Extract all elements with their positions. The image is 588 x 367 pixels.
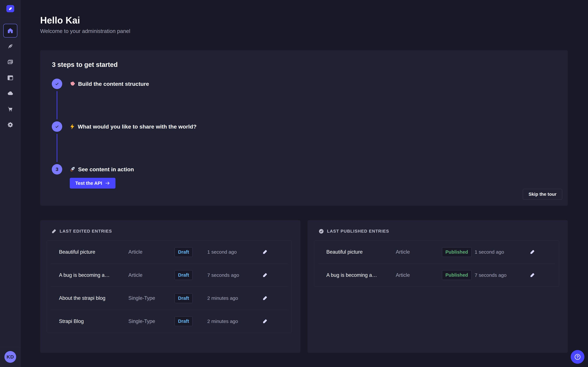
- pencil-icon: [262, 319, 267, 324]
- sidebar-item-content-manager[interactable]: [6, 42, 14, 50]
- entries-section: LAST EDITED ENTRIES Beautiful picture Ar…: [40, 220, 568, 353]
- pencil-icon: [52, 229, 56, 234]
- pencil-icon: [262, 250, 267, 254]
- check-circle-icon: [319, 229, 324, 234]
- check-icon: [55, 82, 59, 86]
- sidebar-item-settings[interactable]: [6, 121, 14, 129]
- entry-type: Article: [128, 272, 175, 278]
- edit-entry-button[interactable]: [262, 296, 267, 300]
- entry-actions-cell: [530, 273, 552, 278]
- entry-updated-time: 7 seconds ago: [475, 272, 530, 278]
- entry-status-badge: Published: [442, 270, 472, 280]
- entry-actions-cell: [262, 319, 285, 324]
- entry-status-badge: Published: [442, 247, 472, 257]
- step-3-number: 3: [56, 167, 59, 172]
- entry-status-cell: Draft: [175, 317, 207, 326]
- brain-emoji-icon: [69, 81, 76, 87]
- last-edited-title: LAST EDITED ENTRIES: [60, 229, 112, 234]
- sidebar: KD: [0, 0, 21, 367]
- entry-status-cell: Draft: [175, 247, 207, 257]
- user-initials: KD: [7, 354, 14, 360]
- workspace-logo: [0, 0, 20, 17]
- step-1-check-circle: [52, 79, 62, 89]
- step-2-title[interactable]: What would you like to share with the wo…: [69, 121, 197, 132]
- last-edited-list: Beautiful picture Article Draft 1 second…: [47, 241, 292, 333]
- sidebar-nav: [0, 42, 21, 129]
- entry-updated-time: 7 seconds ago: [207, 272, 262, 278]
- entry-row: Strapi Blog Single-Type Draft 2 minutes …: [47, 310, 292, 333]
- page-subtitle: Welcome to your administration panel: [40, 28, 568, 34]
- help-button[interactable]: ?: [571, 350, 584, 364]
- entry-status-badge: Draft: [175, 293, 193, 303]
- sidebar-item-marketplace[interactable]: [6, 105, 14, 113]
- entry-type: Article: [128, 249, 175, 255]
- arrow-right-icon: [105, 181, 110, 186]
- test-api-button[interactable]: Test the API: [70, 178, 115, 189]
- cloud-icon: [7, 90, 14, 97]
- entry-title: A bug is becoming a…: [326, 272, 396, 278]
- step-2-label: What would you like to share with the wo…: [78, 124, 197, 130]
- edit-entry-button[interactable]: [262, 319, 267, 324]
- step-3-title[interactable]: See content in action: [69, 164, 134, 175]
- entry-row: Beautiful picture Article Draft 1 second…: [47, 241, 292, 264]
- last-published-list: Beautiful picture Article Published 1 se…: [314, 241, 559, 287]
- entry-status-cell: Draft: [175, 270, 207, 280]
- entry-updated-time: 1 second ago: [207, 249, 262, 255]
- sidebar-item-home[interactable]: [3, 24, 17, 38]
- step-1-title[interactable]: Build the content structure: [69, 79, 149, 89]
- sidebar-item-media-library[interactable]: [6, 58, 14, 66]
- pictures-icon: [7, 59, 14, 65]
- entry-row: A bug is becoming a… Article Published 7…: [314, 264, 559, 287]
- check-icon: [55, 124, 59, 129]
- pencil-icon: [262, 273, 267, 278]
- entry-status-badge: Draft: [175, 317, 193, 326]
- home-icon: [7, 27, 14, 34]
- entry-updated-time: 2 minutes ago: [207, 318, 262, 324]
- layout-icon: [7, 75, 14, 81]
- step-1-label: Build the content structure: [78, 81, 149, 87]
- entry-type: Single-Type: [128, 318, 175, 324]
- last-published-title: LAST PUBLISHED ENTRIES: [327, 229, 389, 234]
- entry-title: Beautiful picture: [59, 249, 128, 255]
- last-published-card: LAST PUBLISHED ENTRIES Beautiful picture…: [308, 220, 568, 353]
- entry-type: Single-Type: [128, 295, 175, 301]
- entry-actions-cell: [262, 296, 285, 300]
- onboarding-card: 3 steps to get started 3 Build the conte…: [40, 50, 568, 206]
- page-title: Hello Kai: [40, 15, 568, 25]
- entry-row: Beautiful picture Article Published 1 se…: [314, 241, 559, 264]
- entry-updated-time: 1 second ago: [475, 249, 530, 255]
- last-edited-header: LAST EDITED ENTRIES: [52, 229, 112, 234]
- edit-entry-button[interactable]: [262, 250, 267, 254]
- last-published-header: LAST PUBLISHED ENTRIES: [319, 229, 389, 234]
- entry-actions-cell: [262, 273, 285, 278]
- sidebar-item-cloud[interactable]: [6, 90, 14, 97]
- user-avatar[interactable]: KD: [4, 351, 16, 363]
- entry-status-cell: Draft: [175, 293, 207, 303]
- entry-row: A bug is becoming a… Article Draft 7 sec…: [47, 264, 292, 287]
- skip-tour-button[interactable]: Skip the tour: [523, 189, 562, 200]
- gear-icon: [7, 121, 14, 128]
- test-api-label: Test the API: [75, 181, 102, 186]
- step-connector: [57, 134, 57, 162]
- entry-status-badge: Draft: [175, 270, 193, 280]
- edit-entry-button[interactable]: [262, 273, 267, 278]
- pencil-icon: [530, 273, 535, 278]
- sidebar-item-content-type-builder[interactable]: [6, 74, 14, 82]
- rocket-emoji-icon: [69, 166, 76, 172]
- entry-updated-time: 2 minutes ago: [207, 295, 262, 301]
- edit-entry-button[interactable]: [530, 273, 535, 278]
- entry-status-cell: Published: [442, 247, 475, 257]
- edit-entry-button[interactable]: [530, 250, 535, 254]
- entry-type: Article: [396, 272, 442, 278]
- entry-actions-cell: [262, 250, 285, 254]
- entry-type: Article: [396, 249, 442, 255]
- feather-icon: [7, 43, 14, 50]
- last-edited-card: LAST EDITED ENTRIES Beautiful picture Ar…: [40, 220, 300, 353]
- strapi-logo-icon: [6, 5, 14, 12]
- entry-status-badge: Draft: [175, 247, 193, 257]
- cart-icon: [7, 106, 14, 113]
- lightning-emoji-icon: [69, 124, 75, 129]
- question-mark-icon: ?: [574, 353, 581, 361]
- svg-text:?: ?: [576, 355, 579, 359]
- entry-status-cell: Published: [442, 270, 475, 280]
